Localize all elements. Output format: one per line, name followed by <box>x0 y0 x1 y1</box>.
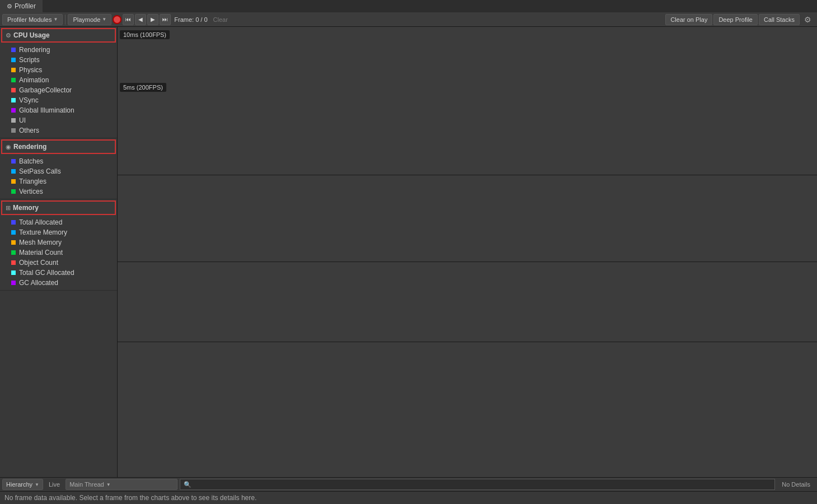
hierarchy-dropdown-arrow: ▼ <box>35 482 39 487</box>
batches-label: Batches <box>19 157 43 165</box>
hierarchy-label: Hierarchy <box>6 481 32 488</box>
no-frame-text: No frame data available. Select a frame … <box>4 494 256 502</box>
physics-label: Physics <box>19 66 42 74</box>
list-item[interactable]: Global Illumination <box>0 105 117 115</box>
triangles-label: Triangles <box>19 178 46 185</box>
list-item[interactable]: Rendering <box>0 45 117 55</box>
total-gc-label: Total GC Allocated <box>19 269 74 277</box>
record-btn[interactable] <box>113 15 122 24</box>
others-color <box>11 128 16 133</box>
object-count-label: Object Count <box>19 259 58 267</box>
list-item[interactable]: UI <box>0 115 117 125</box>
list-item[interactable]: GC Allocated <box>0 278 117 288</box>
no-frame-info: No frame data available. Select a frame … <box>0 492 817 504</box>
memory-icon: ⊞ <box>6 204 11 212</box>
vertices-color <box>11 189 16 194</box>
live-label: Live <box>45 481 63 488</box>
list-item[interactable]: Texture Memory <box>0 227 117 237</box>
rendering-module-header[interactable]: ◉ Rendering <box>1 139 116 154</box>
search-box: 🔍 <box>180 479 775 490</box>
frame-label: Frame: 0 / 0 <box>172 16 209 23</box>
list-item[interactable]: Object Count <box>0 258 117 268</box>
batches-color <box>11 159 16 164</box>
rendering-module-items: Batches SetPass Calls Triangles Vertices <box>0 155 117 199</box>
next-frame-btn[interactable]: ⏭ <box>160 14 171 25</box>
clear-on-play-btn[interactable]: Clear on Play <box>665 14 712 25</box>
ui-color <box>11 118 16 123</box>
list-item[interactable]: Total GC Allocated <box>0 268 117 278</box>
memory-module-title: Memory <box>13 204 39 212</box>
vertices-label: Vertices <box>19 188 43 195</box>
playmode-btn[interactable]: Playmode ▼ <box>68 14 111 25</box>
call-stacks-btn[interactable]: Call Stacks <box>759 14 800 25</box>
list-item[interactable]: Vertices <box>0 186 117 197</box>
deep-profile-label: Deep Profile <box>718 16 753 23</box>
separator-1 <box>65 15 66 25</box>
memory-module-header[interactable]: ⊞ Memory <box>1 200 116 215</box>
rendering-module-section: ◉ Rendering Batches SetPass Calls Triang… <box>0 139 117 199</box>
step-back-btn[interactable]: ◀ <box>135 14 146 25</box>
list-item[interactable]: Others <box>0 125 117 136</box>
list-item[interactable]: Triangles <box>0 176 117 186</box>
cpu-chart-panel[interactable]: 10ms (100FPS) 5ms (200FPS) <box>118 27 817 175</box>
list-item[interactable]: Animation <box>0 75 117 85</box>
list-item[interactable]: Physics <box>0 65 117 75</box>
gc-alloc-color <box>11 281 16 285</box>
sidebar: ⚙ CPU Usage Rendering Scripts Physics <box>0 27 118 477</box>
cpu-chart-label-1: 10ms (100FPS) <box>120 30 170 39</box>
cpu-module-header[interactable]: ⚙ CPU Usage <box>1 28 116 43</box>
vsync-color <box>11 98 16 102</box>
list-item[interactable]: VSync <box>0 95 117 105</box>
cpu-module-items: Rendering Scripts Physics Animation Garb… <box>0 44 117 138</box>
mesh-mem-label: Mesh Memory <box>19 239 62 246</box>
thread-placeholder: Main Thread <box>69 481 104 488</box>
memory-chart-panel[interactable] <box>118 262 817 342</box>
profiler-modules-btn[interactable]: Profiler Modules ▼ <box>2 14 63 25</box>
settings-icon[interactable]: ⚙ <box>801 15 815 24</box>
list-item[interactable]: GarbageCollector <box>0 85 117 95</box>
list-item[interactable]: Mesh Memory <box>0 237 117 248</box>
cpu-module-section: ⚙ CPU Usage Rendering Scripts Physics <box>0 28 117 138</box>
thread-select[interactable]: Main Thread ▼ <box>66 479 178 490</box>
prev-frame-btn[interactable]: ⏮ <box>123 14 134 25</box>
texture-mem-label: Texture Memory <box>19 228 67 236</box>
gi-label: Global Illumination <box>19 106 74 114</box>
rendering-chart-panel[interactable] <box>118 175 817 262</box>
gc-label: GarbageCollector <box>19 86 72 94</box>
thread-dropdown-arrow: ▼ <box>106 482 111 487</box>
step-forward-btn[interactable]: ▶ <box>147 14 158 25</box>
list-item[interactable]: Batches <box>0 156 117 166</box>
memory-module-section: ⊞ Memory Total Allocated Texture Memory … <box>0 200 117 291</box>
scripts-label: Scripts <box>19 56 40 64</box>
hierarchy-select[interactable]: Hierarchy ▼ <box>2 479 43 490</box>
material-count-label: Material Count <box>19 249 63 256</box>
search-input[interactable] <box>194 481 771 488</box>
list-item[interactable]: Total Allocated <box>0 217 117 227</box>
list-item[interactable]: Material Count <box>0 248 117 258</box>
animation-color <box>11 78 16 82</box>
list-item[interactable]: Scripts <box>0 55 117 65</box>
playmode-dropdown-arrow: ▼ <box>102 17 106 22</box>
rendering-color <box>11 48 16 52</box>
playmode-label: Playmode <box>73 16 100 23</box>
list-item[interactable]: SetPass Calls <box>0 166 117 176</box>
gi-color <box>11 108 16 113</box>
call-stacks-label: Call Stacks <box>764 16 795 23</box>
physics-color <box>11 68 16 72</box>
deep-profile-btn[interactable]: Deep Profile <box>713 14 758 25</box>
chart-area: 10ms (100FPS) 5ms (200FPS) <box>118 27 817 477</box>
ui-label: UI <box>19 116 26 124</box>
gc-alloc-label: GC Allocated <box>19 279 58 287</box>
main-layout: ⚙ CPU Usage Rendering Scripts Physics <box>0 27 817 477</box>
bottom-toolbar: Hierarchy ▼ Live Main Thread ▼ 🔍 No Deta… <box>0 477 817 492</box>
profiler-tab[interactable]: ⚙ Profiler <box>0 0 43 12</box>
no-details-label: No Details <box>777 481 815 488</box>
total-alloc-label: Total Allocated <box>19 218 62 226</box>
setpass-color <box>11 169 16 174</box>
rendering-icon: ◉ <box>6 143 11 151</box>
setpass-label: SetPass Calls <box>19 167 61 175</box>
search-icon: 🔍 <box>184 481 192 488</box>
clear-btn[interactable]: Clear <box>211 16 230 23</box>
rendering-label: Rendering <box>19 46 50 54</box>
others-label: Others <box>19 127 39 134</box>
